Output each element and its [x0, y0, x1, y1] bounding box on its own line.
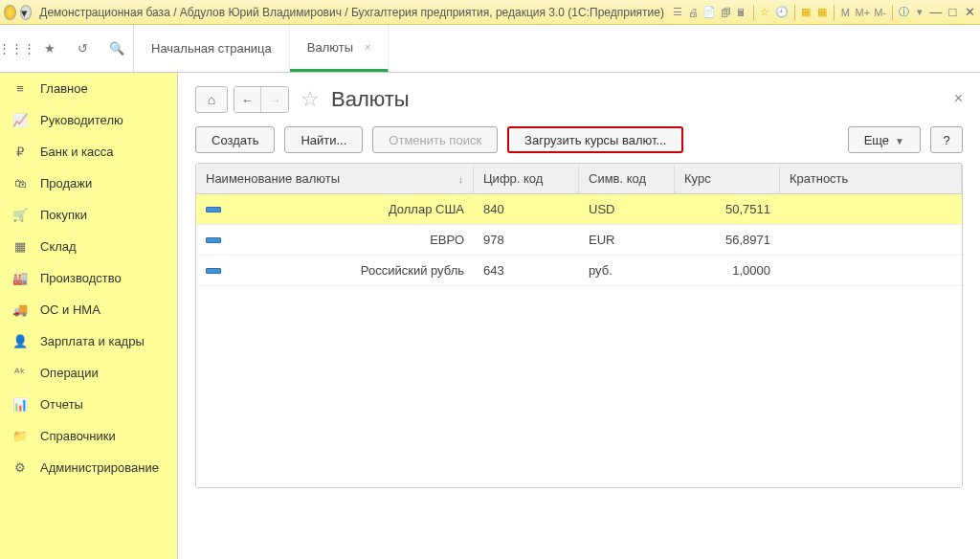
favorite-star-icon[interactable]: ☆: [301, 87, 320, 112]
close-icon[interactable]: ×: [365, 41, 370, 53]
sidebar-item-label: Покупки: [40, 208, 87, 222]
sidebar-icon: 🚚: [11, 302, 29, 317]
minimize-button[interactable]: —: [929, 5, 943, 20]
cell-num: 978: [474, 225, 579, 255]
sidebar-item-label: Справочники: [40, 429, 116, 443]
clock-icon[interactable]: 🕘: [775, 5, 789, 20]
page-close-button[interactable]: ×: [954, 90, 963, 107]
top-toolbar: ⋮⋮⋮ ★ ↺ 🔍 Начальная страница Валюты ×: [0, 25, 980, 73]
chevron-down-icon: ▼: [895, 136, 904, 146]
cell-name: Доллар США: [389, 202, 464, 216]
sidebar-icon: 🛍: [11, 176, 29, 190]
doc-icon[interactable]: 📄: [702, 5, 716, 20]
sidebar-icon: ≡: [11, 81, 29, 96]
col-num-code[interactable]: Цифр. код: [474, 164, 579, 193]
history-icon[interactable]: ↺: [75, 40, 92, 57]
sidebar-item-3[interactable]: 🛍Продажи: [0, 168, 177, 199]
m-icon[interactable]: M: [839, 5, 851, 20]
find-button[interactable]: Найти...: [284, 126, 363, 153]
home-button[interactable]: ⌂: [195, 86, 228, 113]
apps-icon[interactable]: ⋮⋮⋮: [8, 40, 25, 57]
cell-mult: [780, 202, 962, 217]
table-row[interactable]: ЕВРО978EUR56,8971: [196, 225, 962, 256]
close-button[interactable]: ✕: [963, 5, 976, 20]
nav-arrows: ← →: [234, 86, 289, 113]
cell-rate: 50,7511: [675, 194, 780, 224]
sidebar-item-6[interactable]: 🏭Производство: [0, 262, 177, 294]
grid-header: Наименование валюты ↓ Цифр. код Симв. ко…: [196, 164, 962, 194]
currencies-grid: Наименование валюты ↓ Цифр. код Симв. ко…: [195, 163, 963, 488]
sidebar-icon: ᴬᵏ: [11, 366, 29, 380]
sidebar: ≡Главное📈Руководителю₽Банк и касса🛍Прода…: [0, 73, 178, 559]
window-titlebar: ▾ Демонстрационная база / Абдулов Юрий В…: [0, 0, 980, 25]
sidebar-item-label: Продажи: [40, 176, 92, 190]
mplus-icon[interactable]: M+: [856, 5, 871, 20]
mminus-icon[interactable]: M-: [874, 5, 886, 20]
sidebar-item-0[interactable]: ≡Главное: [0, 73, 177, 104]
tab-currencies[interactable]: Валюты ×: [290, 25, 390, 72]
sidebar-icon: 🛒: [11, 208, 29, 222]
sidebar-item-7[interactable]: 🚚ОС и НМА: [0, 294, 177, 325]
sidebar-item-label: Операции: [40, 366, 99, 380]
sidebar-item-label: Отчеты: [40, 397, 83, 412]
cancel-search-button: Отменить поиск: [372, 126, 498, 153]
sidebar-item-2[interactable]: ₽Банк и касса: [0, 136, 177, 168]
load-rates-button[interactable]: Загрузить курсы валют...: [507, 126, 683, 153]
calc2-icon[interactable]: ▦: [815, 5, 827, 20]
sidebar-item-10[interactable]: 📊Отчеты: [0, 389, 177, 420]
tab-home[interactable]: Начальная страница: [134, 25, 290, 72]
col-sym-code[interactable]: Симв. код: [579, 164, 675, 193]
action-toolbar: Создать Найти... Отменить поиск Загрузит…: [195, 126, 963, 153]
sidebar-item-9[interactable]: ᴬᵏОперации: [0, 357, 177, 389]
search-icon[interactable]: 🔍: [108, 40, 125, 57]
grid-body[interactable]: Доллар США840USD50,7511ЕВРО978EUR56,8971…: [196, 194, 962, 487]
table-row[interactable]: Доллар США840USD50,7511: [196, 194, 962, 225]
dropdown-icon[interactable]: ▾: [20, 5, 33, 20]
print-icon[interactable]: 🖨: [687, 5, 699, 20]
maximize-button[interactable]: □: [947, 5, 960, 20]
compare-icon[interactable]: 🗐: [720, 5, 731, 20]
cell-sym: руб.: [579, 256, 675, 285]
forward-button[interactable]: →: [261, 87, 288, 112]
sidebar-icon: ▦: [11, 239, 29, 254]
sidebar-icon: 🏭: [11, 271, 29, 285]
info-drop-icon[interactable]: ▾: [914, 5, 925, 20]
favorite-icon[interactable]: ★: [41, 40, 58, 57]
cell-num: 643: [474, 256, 579, 285]
col-name-label: Наименование валюты: [206, 171, 340, 186]
page-header: ⌂ ← → ☆ Валюты: [195, 86, 963, 113]
cell-sym: EUR: [579, 225, 675, 255]
cell-rate: 1,0000: [675, 256, 780, 285]
cell-mult: [780, 233, 962, 248]
star-icon[interactable]: ☆: [759, 5, 770, 20]
more-button[interactable]: Еще▼: [848, 126, 921, 153]
sidebar-item-4[interactable]: 🛒Покупки: [0, 199, 177, 231]
sidebar-item-1[interactable]: 📈Руководителю: [0, 104, 177, 136]
tab-home-label: Начальная страница: [151, 41, 272, 56]
help-button[interactable]: ?: [930, 126, 963, 153]
row-icon: [206, 237, 221, 243]
create-button[interactable]: Создать: [195, 126, 275, 153]
col-mult[interactable]: Кратность: [780, 164, 962, 193]
sidebar-icon: 👤: [11, 334, 29, 348]
table-row[interactable]: Российский рубль643руб.1,0000: [196, 256, 962, 286]
back-button[interactable]: ←: [234, 87, 261, 112]
sort-asc-icon: ↓: [458, 173, 464, 185]
sidebar-item-5[interactable]: ▦Склад: [0, 231, 177, 262]
sidebar-item-11[interactable]: 📁Справочники: [0, 420, 177, 452]
sidebar-item-12[interactable]: ⚙Администрирование: [0, 452, 177, 483]
sidebar-item-label: Зарплата и кадры: [40, 334, 145, 348]
sidebar-item-label: Производство: [40, 271, 122, 285]
info-icon[interactable]: ⓘ: [899, 5, 910, 20]
col-rate[interactable]: Курс: [675, 164, 780, 193]
col-name[interactable]: Наименование валюты ↓: [196, 164, 474, 193]
sidebar-item-label: Банк и касса: [40, 145, 114, 159]
calc-icon[interactable]: 🖩: [735, 5, 746, 20]
quick-icons: ⋮⋮⋮ ★ ↺ 🔍: [0, 25, 134, 72]
sidebar-item-label: Склад: [40, 239, 77, 254]
sidebar-item-8[interactable]: 👤Зарплата и кадры: [0, 325, 177, 357]
cell-mult: [780, 263, 962, 279]
calc1-icon[interactable]: ▦: [800, 5, 812, 20]
cell-name: ЕВРО: [430, 233, 464, 247]
toolbar-icon[interactable]: ☰: [672, 5, 683, 20]
